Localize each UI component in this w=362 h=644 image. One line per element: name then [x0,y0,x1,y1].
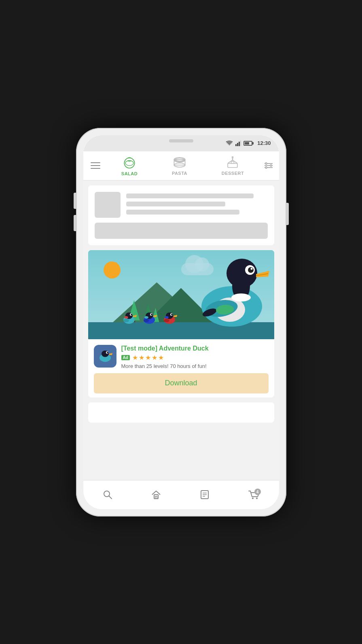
dessert-tab-label: DESSERT [222,171,244,176]
salad-tab-label: SALAD [121,171,138,176]
svg-point-13 [265,167,267,168]
svg-point-27 [231,293,251,302]
svg-point-30 [248,267,254,273]
volume-up-button [74,193,76,209]
sun [104,261,121,278]
star-4: ★ [152,354,157,361]
svg-point-37 [123,319,129,322]
svg-rect-3 [240,140,241,146]
svg-rect-9 [228,164,238,168]
svg-point-42 [151,314,152,315]
pasta-icon [173,155,186,169]
star-3: ★ [145,354,151,361]
battery-icon [243,141,252,146]
star-2: ★ [139,354,144,361]
svg-point-31 [250,268,252,270]
small-duck-3 [161,308,178,325]
svg-point-4 [124,158,134,168]
svg-point-48 [171,314,173,315]
svg-point-43 [144,319,149,322]
tab-dessert[interactable]: DESSERT [215,154,250,177]
screen: 12:30 [83,135,279,509]
ad-content-area: [Test mode] Adventure Duck Ad ★ ★ ★ ★ ★ [88,339,274,397]
bottom-nav-search[interactable] [102,489,113,500]
speaker [169,139,193,142]
wifi-icon [226,140,233,146]
card-line-2 [126,202,225,206]
filter-icon[interactable] [261,158,276,173]
star-5: ★ [158,354,164,361]
svg-rect-2 [239,142,240,146]
svg-point-50 [165,316,169,319]
star-rating: ★ ★ ★ ★ ★ [132,354,164,361]
svg-rect-1 [237,143,238,146]
lower-placeholder-card [88,402,274,423]
star-1: ★ [132,354,138,361]
svg-point-64 [252,497,254,499]
card-line-3 [126,210,239,215]
main-content: [Test mode] Adventure Duck Ad ★ ★ ★ ★ ★ [83,181,279,480]
cart-badge: 4 [254,489,261,495]
bottom-nav-list[interactable] [199,489,210,500]
ad-card: [Test mode] Adventure Duck Ad ★ ★ ★ ★ ★ [88,250,274,397]
small-duck-1 [121,308,138,325]
ad-badge: Ad [121,355,130,360]
bottom-nav-home[interactable] [151,489,161,500]
small-ducks [121,308,178,325]
status-bar: 12:30 [83,135,279,151]
bottom-nav-cart[interactable]: 4 [248,489,260,500]
svg-rect-58 [154,495,158,499]
svg-point-49 [164,319,169,322]
svg-rect-0 [235,144,237,146]
svg-point-14 [270,165,272,166]
svg-point-65 [256,497,258,499]
download-button[interactable]: Download [94,373,269,393]
navigation-tabs: SALAD PASTA [83,151,279,181]
menu-icon[interactable] [87,157,104,174]
tab-pasta[interactable]: PASTA [165,154,194,177]
volume-down-button [74,215,76,231]
small-duck-2 [141,308,158,325]
svg-point-36 [131,314,132,315]
salad-icon [122,155,137,170]
bottom-navigation: 4 [83,480,279,509]
svg-point-55 [107,352,108,353]
power-button [286,203,289,225]
signal-icon [235,140,241,146]
card-line-1 [126,193,254,198]
big-duck [193,250,270,329]
card-thumbnail [95,192,121,218]
list-icon [199,489,210,500]
status-time: 12:30 [257,140,271,146]
svg-point-44 [144,316,148,319]
tab-salad[interactable]: SALAD [115,153,144,178]
svg-point-38 [124,316,128,319]
ad-banner [88,250,274,339]
svg-point-12 [265,163,267,164]
pasta-tab-label: PASTA [172,171,187,176]
card-footer [95,223,268,239]
phone-frame: 12:30 [76,128,286,516]
content-card-placeholder [88,185,274,245]
dessert-icon [226,155,239,169]
home-icon [151,489,161,500]
app-icon [94,345,116,368]
svg-line-57 [109,496,112,499]
ad-description: More than 25 levels! 70 hours of fun! [121,363,269,369]
search-icon [102,489,113,500]
ad-title: [Test mode] Adventure Duck [121,345,269,352]
